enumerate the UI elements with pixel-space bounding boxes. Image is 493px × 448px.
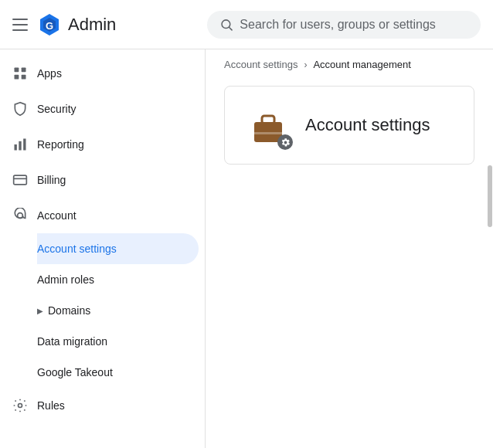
scrollbar-thumb[interactable] [488, 165, 492, 227]
sidebar-sub-menu: Account settings Admin roles ▶ Domains D… [0, 233, 205, 388]
sidebar-sub-item-admin-roles[interactable]: Admin roles [37, 264, 199, 295]
scrollbar-track [487, 49, 493, 448]
breadcrumb-chevron: › [304, 59, 307, 70]
header: G Admin [0, 0, 493, 49]
layout: Apps Security Reporting [0, 49, 493, 448]
main-content: Account settings › Account management [206, 49, 493, 448]
account-settings-icon-wrap [250, 105, 290, 145]
svg-rect-9 [15, 144, 17, 151]
svg-rect-12 [14, 175, 27, 185]
hamburger-menu-button[interactable] [12, 15, 31, 34]
search-icon [219, 17, 233, 32]
account-settings-card[interactable]: Account settings [224, 86, 474, 165]
sidebar-sub-item-domains[interactable]: ▶ Domains [37, 295, 199, 326]
account-settings-card-title: Account settings [305, 115, 430, 135]
search-input[interactable] [240, 18, 468, 32]
app-title: Admin [68, 15, 116, 35]
breadcrumb-parent[interactable]: Account settings [224, 59, 298, 70]
gear-badge-icon [280, 137, 291, 148]
svg-rect-11 [23, 139, 26, 151]
svg-rect-10 [19, 141, 21, 151]
sidebar-item-apps-label: Apps [37, 67, 62, 80]
sidebar-item-security[interactable]: Security [0, 91, 199, 127]
svg-text:G: G [46, 20, 53, 32]
sidebar-sub-data-migration-label: Data migration [37, 335, 107, 348]
sidebar-sub-domains-label: Domains [48, 304, 90, 317]
sidebar-sub-account-settings-label: Account settings [37, 243, 117, 255]
header-left: G Admin [12, 12, 198, 37]
google-admin-logo: G [37, 12, 62, 37]
card-section: Account settings [206, 80, 493, 171]
sidebar-sub-item-account-settings[interactable]: Account settings [37, 233, 199, 264]
svg-line-4 [230, 27, 232, 29]
sidebar: Apps Security Reporting [0, 49, 206, 448]
sidebar-item-account-label: Account [37, 209, 76, 222]
at-icon [12, 208, 28, 223]
svg-rect-18 [254, 132, 282, 134]
shield-icon [12, 101, 28, 117]
sidebar-item-apps[interactable]: Apps [0, 56, 199, 91]
sidebar-item-billing-label: Billing [37, 174, 66, 186]
credit-card-icon [12, 172, 28, 188]
bar-chart-icon [12, 137, 28, 152]
svg-rect-5 [15, 68, 19, 73]
svg-point-15 [19, 404, 22, 408]
sidebar-item-rules[interactable]: Rules [0, 388, 199, 423]
svg-rect-6 [22, 68, 26, 73]
sidebar-sub-item-data-migration[interactable]: Data migration [37, 326, 199, 357]
chevron-right-icon: ▶ [37, 307, 43, 315]
sidebar-sub-item-google-takeout[interactable]: Google Takeout [37, 357, 199, 388]
svg-rect-7 [15, 75, 19, 80]
breadcrumb-current: Account management [313, 59, 410, 70]
sidebar-item-security-label: Security [37, 103, 76, 115]
search-bar[interactable] [207, 11, 481, 39]
sidebar-sub-google-takeout-label: Google Takeout [37, 366, 113, 378]
sidebar-item-reporting-label: Reporting [37, 138, 84, 151]
breadcrumb: Account settings › Account management [206, 49, 493, 80]
sidebar-item-billing[interactable]: Billing [0, 162, 199, 198]
grid-icon [12, 66, 28, 81]
sidebar-item-reporting[interactable]: Reporting [0, 127, 199, 162]
sidebar-item-account[interactable]: Account [0, 198, 199, 233]
sidebar-item-rules-label: Rules [37, 399, 65, 412]
sidebar-sub-admin-roles-label: Admin roles [37, 273, 94, 286]
settings-wheel-icon [12, 398, 28, 413]
svg-rect-8 [22, 75, 26, 80]
